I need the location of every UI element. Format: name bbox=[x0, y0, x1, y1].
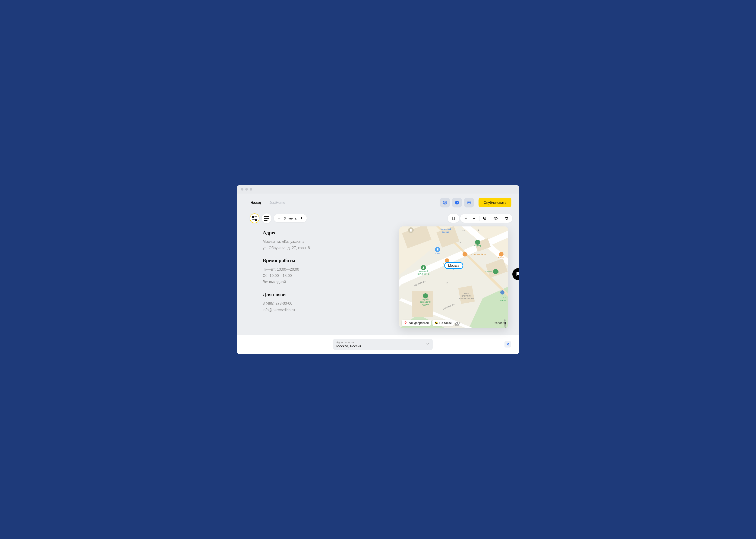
pin-label: Москва bbox=[444, 262, 463, 269]
svg-point-2 bbox=[445, 202, 446, 202]
map-pin[interactable]: Москва bbox=[444, 262, 463, 269]
block-actions-group bbox=[460, 214, 512, 223]
section-line: Сб: 10:00—18:00 bbox=[263, 272, 338, 279]
bottom-bar: Адрес или место Москва, Россия ✕ bbox=[237, 335, 519, 354]
svg-text:археологии: археологии bbox=[420, 301, 431, 303]
svg-text:Гостиный двор: Гостиный двор bbox=[485, 270, 499, 273]
map-widget[interactable]: M Никольский пассаж ГУМ Barbosco Триумф … bbox=[399, 226, 508, 328]
chevron-down-icon bbox=[472, 216, 476, 220]
svg-text:17: 17 bbox=[460, 241, 462, 244]
section-line: Пн—пт: 10:00—20:00 bbox=[263, 266, 338, 272]
settings-button[interactable] bbox=[464, 198, 474, 207]
svg-text:Музей: Музей bbox=[422, 298, 429, 300]
plus-button[interactable]: + bbox=[300, 215, 303, 221]
section-line: Москва, м. «Калужская», bbox=[263, 239, 338, 245]
terms-link[interactable]: Условия bbox=[494, 321, 506, 325]
list-icon bbox=[262, 213, 272, 223]
svg-point-39 bbox=[475, 240, 480, 245]
svg-marker-7 bbox=[467, 201, 470, 204]
palette-icon bbox=[443, 200, 447, 205]
close-button[interactable]: ✕ bbox=[504, 341, 511, 347]
window-dot bbox=[245, 188, 248, 191]
svg-text:В.И. Ленина: В.И. Ленина bbox=[418, 273, 429, 275]
svg-text:Никольский: Никольский bbox=[440, 228, 452, 230]
svg-text:Мавзолей: Мавзолей bbox=[419, 270, 428, 272]
section-heading: Для связи bbox=[263, 291, 338, 297]
bookmark-button[interactable] bbox=[450, 215, 457, 222]
section-heading: Адрес bbox=[263, 230, 338, 236]
window-dot bbox=[250, 188, 252, 191]
section-line: info@pereezdich.ru bbox=[263, 307, 338, 313]
minus-button[interactable]: − bbox=[278, 215, 280, 221]
svg-point-1 bbox=[444, 202, 445, 202]
svg-text:?: ? bbox=[456, 201, 458, 204]
pin-icon bbox=[404, 321, 407, 324]
window-dot bbox=[241, 188, 243, 191]
svg-point-18 bbox=[495, 218, 496, 219]
svg-point-11 bbox=[255, 219, 257, 220]
delete-button[interactable] bbox=[503, 215, 510, 222]
address-section: Адрес Москва, м. «Калужская», ул. Обруче… bbox=[263, 230, 338, 251]
chevron-up-icon bbox=[464, 216, 468, 220]
svg-rect-76 bbox=[435, 322, 436, 323]
window-titlebar bbox=[237, 185, 519, 193]
move-down-button[interactable] bbox=[470, 215, 477, 222]
svg-point-38 bbox=[499, 252, 504, 257]
dropdown-toggle[interactable] bbox=[426, 342, 429, 346]
svg-text:Триумф: Триумф bbox=[474, 245, 481, 247]
svg-rect-45 bbox=[410, 229, 412, 232]
app-window: Назад JustHome ? Опубликовать bbox=[237, 185, 519, 354]
address-label: Адрес или место bbox=[336, 341, 362, 344]
section-line: ул. Обручева, д. 27, корп. 8 bbox=[263, 245, 338, 251]
svg-text:Ст: Ст bbox=[503, 296, 506, 299]
section-line: Вс: выходной bbox=[263, 279, 338, 285]
svg-point-9 bbox=[252, 216, 254, 217]
visibility-button[interactable] bbox=[492, 215, 499, 222]
svg-rect-35 bbox=[437, 249, 439, 251]
svg-text:3: 3 bbox=[478, 229, 479, 231]
chat-fab[interactable] bbox=[512, 268, 519, 280]
svg-text:БЛАЖЕННОГО: БЛАЖЕННОГО bbox=[459, 297, 474, 300]
publish-button[interactable]: Опубликовать bbox=[478, 198, 511, 207]
gear-icon bbox=[467, 200, 471, 205]
duplicate-button[interactable] bbox=[481, 215, 488, 222]
layout-button-b[interactable] bbox=[262, 213, 272, 223]
svg-text:ГУМ: ГУМ bbox=[436, 252, 440, 255]
editor-content: − 3 пункта + bbox=[237, 210, 519, 335]
address-field[interactable]: Адрес или место Москва, Россия bbox=[333, 339, 433, 350]
divider bbox=[490, 216, 490, 221]
site-name: JustHome bbox=[269, 200, 285, 204]
move-up-button[interactable] bbox=[462, 215, 469, 222]
copy-icon bbox=[483, 216, 487, 220]
svg-text:пассаж: пассаж bbox=[442, 231, 449, 233]
directions-chip[interactable]: Как добраться bbox=[402, 320, 431, 326]
chat-icon bbox=[516, 271, 519, 277]
back-button[interactable]: Назад bbox=[251, 200, 261, 204]
points-counter: − 3 пункта + bbox=[274, 214, 307, 222]
chevron-down-icon bbox=[426, 342, 429, 346]
map-surface[interactable]: M Никольский пассаж ГУМ Barbosco Триумф … bbox=[399, 226, 508, 328]
svg-point-4 bbox=[445, 202, 446, 203]
chip-label: На такси bbox=[439, 321, 452, 325]
svg-point-43 bbox=[423, 293, 428, 298]
svg-point-8 bbox=[468, 202, 469, 203]
divider bbox=[479, 216, 479, 221]
api-link[interactable]: API bbox=[456, 321, 460, 325]
hours-section: Время работы Пн—пт: 10:00—20:00 Сб: 10:0… bbox=[263, 258, 338, 285]
sliders-icon bbox=[250, 214, 259, 223]
svg-text:6c2: 6c2 bbox=[462, 229, 465, 232]
bookmark-group bbox=[448, 214, 459, 223]
svg-point-74 bbox=[405, 322, 406, 323]
taxi-chip[interactable]: На такси bbox=[432, 320, 454, 326]
svg-text:Столовая № 57: Столовая № 57 bbox=[471, 253, 486, 256]
theme-button[interactable] bbox=[440, 198, 450, 207]
svg-text:ВАСИЛИЯ: ВАСИЛИЯ bbox=[462, 295, 471, 297]
svg-point-3 bbox=[444, 203, 445, 203]
trash-icon bbox=[504, 216, 509, 220]
divider bbox=[501, 216, 501, 221]
help-button[interactable]: ? bbox=[452, 198, 462, 207]
contacts-section: Для связи 8 (495) 278-00-00 info@pereezd… bbox=[263, 291, 338, 313]
address-value: Москва, Россия bbox=[336, 344, 362, 348]
section-heading: Время работы bbox=[263, 258, 338, 264]
layout-button-a[interactable] bbox=[250, 213, 259, 223]
